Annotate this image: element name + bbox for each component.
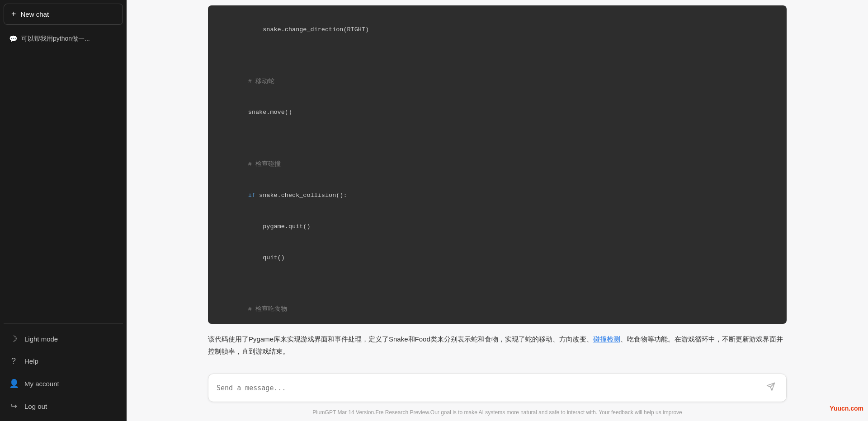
code-block-wrapper: snake.change_direction(RIGHT) # 移动蛇 snak… [208, 5, 787, 324]
sidebar-item-light-mode[interactable]: ☽ Light mode [4, 327, 123, 350]
main-content: snake.change_direction(RIGHT) # 移动蛇 snak… [127, 0, 868, 421]
watermark: Yuucn.com [830, 405, 863, 412]
sidebar-item-help[interactable]: ? Help [4, 350, 123, 372]
code-comment-collision: # 检查碰撞 [248, 161, 281, 168]
question-icon: ? [9, 356, 18, 366]
sidebar-item-my-account[interactable]: 👤 My account [4, 372, 123, 395]
code-line: quit() [248, 254, 285, 261]
message-input[interactable] [217, 384, 764, 392]
sidebar-item-log-out[interactable]: ↪ Log out [4, 395, 123, 417]
assistant-text-before: 该代码使用了Pygame库来实现游戏界面和事件处理，定义了Snake和Food类… [208, 335, 593, 343]
footer-content: PlumGPT Mar 14 Version.Fre Research Prev… [312, 409, 682, 416]
sidebar: + New chat 💬 可以帮我用python做一... 🗑 ☽ Light … [0, 0, 127, 421]
footer-text: PlumGPT Mar 14 Version.Fre Research Prev… [127, 406, 868, 421]
chat-item[interactable]: 💬 可以帮我用python做一... 🗑 [4, 30, 123, 47]
send-button[interactable] [764, 380, 778, 395]
help-label: Help [24, 357, 38, 365]
log-out-label: Log out [24, 402, 47, 410]
send-icon [766, 382, 775, 393]
code-line: if snake.check_collision(): [248, 192, 347, 199]
message-box [208, 374, 787, 402]
light-mode-label: Light mode [24, 335, 58, 343]
watermark-text: Yuucn.com [830, 405, 863, 412]
moon-icon: ☽ [9, 334, 18, 344]
code-comment-eat: # 检查吃食物 [248, 306, 287, 313]
code-block: snake.change_direction(RIGHT) # 移动蛇 snak… [208, 5, 787, 324]
code-line: snake.move() [248, 109, 292, 116]
my-account-label: My account [24, 380, 59, 388]
new-chat-button[interactable]: + New chat [4, 4, 123, 25]
code-comment-move: # 移动蛇 [248, 78, 274, 85]
input-area [127, 366, 868, 406]
code-line: snake.change_direction(RIGHT) [248, 26, 369, 33]
new-chat-label: New chat [21, 10, 49, 18]
plus-icon: + [11, 9, 16, 19]
chat-area: snake.change_direction(RIGHT) # 移动蛇 snak… [127, 0, 868, 366]
user-icon: 👤 [9, 379, 18, 388]
chat-icon: 💬 [9, 35, 18, 43]
logout-icon: ↪ [9, 401, 18, 411]
code-line: pygame.quit() [248, 223, 311, 230]
chat-item-text: 可以帮我用python做一... [21, 35, 90, 43]
assistant-response: 该代码使用了Pygame库来实现游戏界面和事件处理，定义了Snake和Food类… [127, 324, 868, 366]
chat-list: 💬 可以帮我用python做一... 🗑 [4, 30, 123, 323]
highlight-collision: 碰撞检测 [593, 335, 620, 343]
sidebar-bottom: ☽ Light mode ? Help 👤 My account ↪ Log o… [4, 323, 123, 417]
chat-item-left: 💬 可以帮我用python做一... [9, 35, 108, 43]
